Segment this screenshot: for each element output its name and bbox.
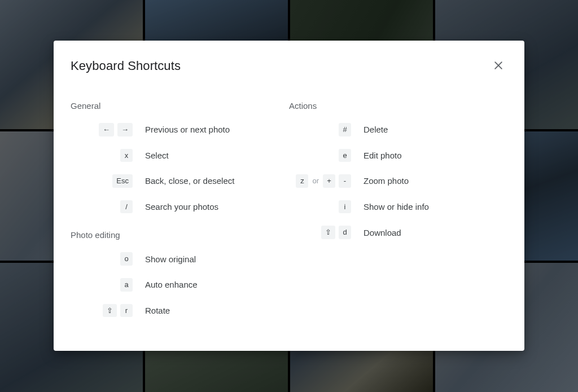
- shortcut-row: i Show or hide info: [289, 200, 507, 214]
- shortcut-description: Back, close, or deselect: [145, 176, 234, 186]
- left-column: General ← → Previous or next photo x Sel…: [71, 101, 289, 329]
- shortcut-row: ⇧ d Download: [289, 226, 507, 239]
- key: r: [120, 304, 133, 318]
- shortcut-row: o Show original: [71, 252, 289, 266]
- section-general: General ← → Previous or next photo x Sel…: [71, 101, 289, 213]
- shortcut-row: ⇧ r Rotate: [71, 304, 289, 318]
- section-actions: Actions # Delete e Edit photo z: [289, 101, 507, 239]
- shortcut-description: Show original: [145, 254, 196, 264]
- key: i: [339, 200, 351, 214]
- shortcut-description: Delete: [364, 125, 388, 134]
- key: #: [339, 123, 351, 136]
- right-column: Actions # Delete e Edit photo z: [289, 101, 507, 329]
- shortcut-row: Esc Back, close, or deselect: [71, 174, 289, 188]
- key: /: [120, 200, 133, 214]
- key: -: [339, 174, 351, 188]
- key: x: [120, 149, 133, 162]
- shortcut-row: e Edit photo: [289, 149, 507, 162]
- shortcut-row: ← → Previous or next photo: [71, 123, 289, 136]
- shortcut-row: x Select: [71, 149, 289, 162]
- key-separator: or: [312, 177, 319, 185]
- shortcut-description: Auto enhance: [145, 280, 198, 289]
- shortcut-description: Show or hide info: [364, 202, 429, 212]
- key: a: [120, 278, 133, 292]
- key: ←: [99, 123, 114, 136]
- shortcut-description: Select: [145, 151, 169, 160]
- dialog-title: Keyboard Shortcuts: [71, 59, 181, 73]
- close-button[interactable]: [489, 56, 507, 76]
- close-icon: [493, 60, 504, 73]
- keyboard-shortcuts-dialog: Keyboard Shortcuts General ← → Previous …: [54, 41, 524, 351]
- shortcut-description: Previous or next photo: [145, 125, 230, 134]
- key: →: [117, 123, 133, 136]
- key: e: [339, 149, 351, 162]
- shortcut-description: Edit photo: [364, 151, 402, 160]
- shortcut-description: Zoom photo: [364, 176, 409, 186]
- section-title: General: [71, 101, 289, 111]
- key: +: [323, 174, 335, 188]
- shortcut-row: / Search your photos: [71, 200, 289, 214]
- shortcut-description: Search your photos: [145, 202, 218, 212]
- shortcut-row: a Auto enhance: [71, 278, 289, 292]
- section-title: Photo editing: [71, 230, 289, 240]
- shortcut-description: Rotate: [145, 306, 170, 315]
- key: ⇧: [321, 226, 335, 239]
- shortcut-row: # Delete: [289, 123, 507, 136]
- section-title: Actions: [289, 101, 507, 111]
- key: o: [120, 252, 133, 266]
- key: ⇧: [103, 304, 117, 318]
- key: Esc: [112, 174, 133, 188]
- shortcut-row: z or + - Zoom photo: [289, 174, 507, 188]
- shortcut-description: Download: [364, 228, 401, 237]
- key: d: [339, 226, 351, 239]
- key: z: [296, 174, 308, 188]
- section-photo-editing: Photo editing o Show original a Auto enh…: [71, 230, 289, 317]
